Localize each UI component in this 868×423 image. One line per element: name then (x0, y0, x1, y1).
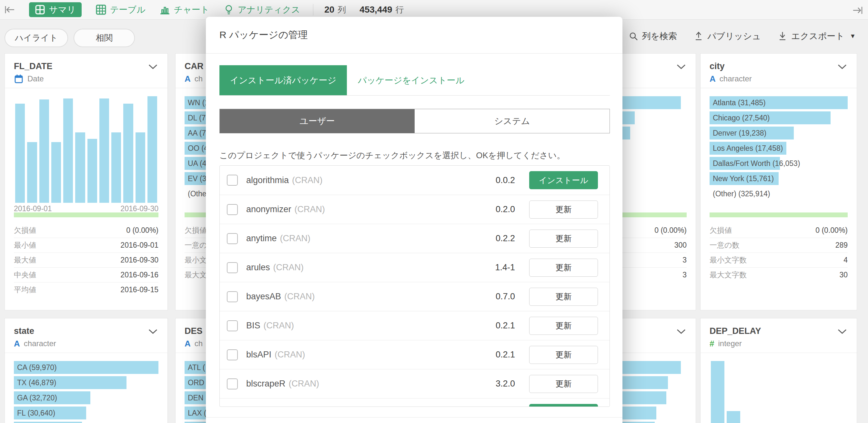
package-name: bayesAB (246, 291, 281, 302)
view-tab-1[interactable]: テーブル (96, 4, 146, 16)
stat-label: 欠損値 (710, 225, 732, 235)
update-button[interactable]: 更新 (529, 375, 598, 393)
category-bar-label: Chicago (27,540) (710, 114, 770, 122)
column-stats: 欠損値0 (0.00%)一意の数289最小文字数4最大文字数30 (710, 223, 848, 282)
x-max-label: 2016-09-30 (120, 204, 158, 213)
package-checkbox[interactable] (227, 175, 238, 186)
package-source: (CRAN) (280, 233, 311, 244)
stat-row: 最大文字数30 (710, 267, 848, 282)
category-bar-label: Atlanta (31,485) (710, 98, 766, 107)
collapse-left-icon[interactable] (4, 4, 16, 16)
update-button[interactable]: 更新 (529, 259, 598, 277)
action-0[interactable]: 列を検索 (628, 30, 677, 42)
update-button[interactable]: 更新 (529, 230, 598, 248)
column-card-body (710, 353, 848, 423)
action-label: 列を検索 (642, 30, 677, 42)
package-checkbox[interactable] (227, 291, 238, 302)
bar-row: Denver (19,238) (710, 126, 848, 140)
stat-label: 最小値 (14, 240, 36, 250)
dataset-counts: 20 列 453,449 行 (324, 4, 404, 16)
bar-row: (Other) (325,914) (710, 187, 848, 200)
bar-row: TX (46,879) (14, 376, 158, 389)
collapse-right-icon[interactable] (852, 4, 864, 16)
package-source: (CRAN) (273, 262, 304, 273)
package-name: anonymizer (246, 204, 291, 215)
pill-0[interactable]: ハイライト (4, 29, 68, 47)
scope-user[interactable]: ユーザー (220, 109, 415, 133)
dialog-footer-divider (206, 417, 622, 418)
package-name: BIS (246, 321, 260, 331)
scope-system[interactable]: システム (415, 109, 610, 133)
category-bar-label: DL (7 (185, 114, 206, 122)
stat-row: 平均値2016-09-15 (14, 282, 158, 297)
install-button[interactable]: インストール (529, 404, 598, 407)
action-1[interactable]: パブリッシュ (694, 30, 761, 42)
package-row: BIS(CRAN)0.2.1更新 (220, 311, 610, 340)
histogram-bar (15, 104, 25, 203)
view-tab-label: サマリ (49, 4, 76, 16)
column-type-label: character (719, 74, 752, 83)
dialog-tab-0[interactable]: インストール済パッケージ (219, 65, 347, 95)
bar-row (14, 422, 158, 423)
category-bar-label: AA (7 (185, 129, 206, 138)
package-source: (CRAN) (292, 175, 323, 185)
rows-count: 453,449 (360, 4, 392, 15)
view-tab-label: チャート (174, 4, 209, 16)
pill-1[interactable]: 相関 (73, 29, 135, 47)
update-button[interactable]: 更新 (529, 200, 598, 219)
package-name: blscrapeR (246, 379, 285, 389)
summary-grid-icon (35, 4, 45, 15)
mode-pills: ハイライト相関 (4, 29, 135, 47)
action-2[interactable]: エクスポート▼ (778, 30, 856, 42)
view-tab-3[interactable]: アナリティクス (224, 4, 300, 16)
character-icon: A (185, 339, 191, 349)
package-row: インストール (220, 398, 610, 407)
package-source: (CRAN) (294, 204, 325, 215)
category-bar-label: EV (3 (185, 174, 207, 183)
update-button[interactable]: 更新 (529, 346, 598, 364)
view-tab-0[interactable]: サマリ (29, 2, 82, 17)
package-checkbox[interactable] (227, 378, 238, 389)
package-source: (CRAN) (284, 291, 315, 302)
stat-value: 2016-09-30 (120, 256, 158, 264)
column-card-state: stateAcharacterCA (59,970)TX (46,879)GA … (4, 318, 168, 423)
package-checkbox[interactable] (227, 204, 238, 215)
lightbulb-icon (224, 4, 234, 15)
table-icon (96, 4, 106, 15)
package-source: (CRAN) (275, 350, 305, 360)
column-card-city: cityAcharacterAtlanta (31,485)Chicago (2… (700, 53, 857, 310)
category-bar: (Other) (325,914) (710, 187, 848, 200)
chevron-down-icon[interactable] (676, 329, 686, 335)
column-title: DEP_DELAY (710, 326, 848, 336)
chevron-down-icon[interactable] (837, 329, 847, 335)
package-version: 0.2.1 (496, 321, 515, 331)
category-bar-label: ATL ( (185, 363, 205, 372)
bar-row: Los Angeles (17,458) (710, 142, 848, 155)
package-checkbox[interactable] (227, 262, 238, 273)
dialog-instruction: このプロジェクトで使うパッケージのチェックボックスを選択し、OKを押してください… (219, 150, 610, 161)
category-bar-label: WN (1 (185, 98, 209, 107)
action-label: パブリッシュ (707, 30, 761, 42)
update-button[interactable]: 更新 (529, 288, 598, 306)
install-button[interactable]: インストール (529, 171, 598, 189)
stat-label: 最小文字数 (710, 255, 747, 265)
package-checkbox[interactable] (227, 320, 238, 331)
chevron-down-icon[interactable] (676, 64, 686, 70)
package-checkbox[interactable] (227, 233, 238, 244)
column-title: FL_DATE (14, 61, 158, 72)
view-tab-2[interactable]: チャート (160, 4, 209, 16)
bar-row: FL (30,640) (14, 406, 158, 419)
chevron-down-icon[interactable] (148, 329, 158, 335)
chevron-down-icon[interactable] (148, 64, 158, 70)
bar-row: New York (15,761) (710, 172, 848, 185)
column-type: Acharacter (710, 74, 848, 84)
histogram-bar (27, 142, 37, 203)
view-tab-label: テーブル (110, 4, 146, 16)
action-label: エクスポート (791, 30, 844, 42)
package-checkbox[interactable] (227, 349, 238, 360)
update-button[interactable]: 更新 (529, 317, 598, 335)
dialog-tab-1[interactable]: パッケージをインストール (358, 65, 464, 95)
stat-value: 30 (839, 271, 848, 279)
category-bar-label: FL (30,640) (14, 409, 55, 418)
chevron-down-icon[interactable] (837, 64, 847, 70)
